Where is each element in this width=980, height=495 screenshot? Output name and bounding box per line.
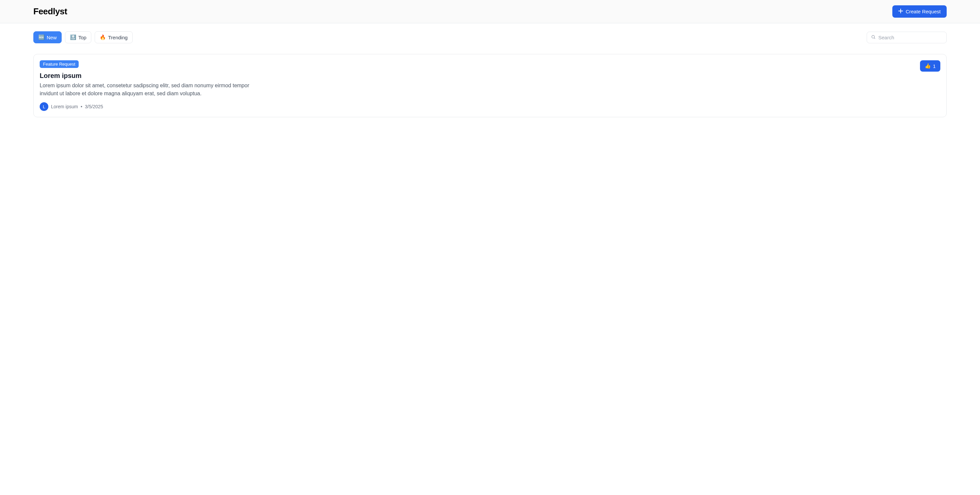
thumbs-up-icon: 👍 — [925, 63, 931, 69]
logo: Feedlyst — [33, 6, 67, 17]
filter-new-label: New — [47, 35, 57, 40]
upvote-count: 1 — [933, 63, 935, 69]
top-emoji-icon: 🔝 — [70, 34, 76, 40]
filter-new-button[interactable]: 🆕 New — [33, 31, 62, 43]
create-request-label: Create Request — [906, 9, 941, 14]
main-container: 🆕 New 🔝 Top 🔥 Trending Featu — [0, 23, 980, 125]
svg-point-2 — [872, 35, 874, 38]
card-date: 3/5/2025 — [85, 104, 103, 109]
filter-trending-button[interactable]: 🔥 Trending — [95, 31, 133, 43]
search-icon — [871, 35, 876, 40]
meta-separator: • — [81, 104, 82, 109]
create-request-button[interactable]: Create Request — [892, 5, 947, 17]
filter-top-button[interactable]: 🔝 Top — [65, 31, 91, 43]
svg-line-3 — [874, 38, 875, 39]
filter-trending-label: Trending — [108, 35, 128, 40]
new-emoji-icon: 🆕 — [38, 34, 45, 40]
category-badge: Feature Request — [40, 60, 79, 68]
search-wrapper[interactable] — [867, 32, 947, 43]
card-description: Lorem ipsum dolor sit amet, consetetur s… — [40, 82, 253, 98]
card-title: Lorem ipsum — [40, 72, 253, 79]
author-name: Lorem ipsum — [51, 104, 78, 109]
card-meta: L Lorem ipsum • 3/5/2025 — [40, 102, 253, 111]
author-avatar: L — [40, 102, 48, 111]
fire-emoji-icon: 🔥 — [100, 34, 106, 40]
toolbar: 🆕 New 🔝 Top 🔥 Trending — [33, 31, 947, 43]
app-header: Feedlyst Create Request — [0, 0, 980, 23]
filter-top-label: Top — [78, 35, 86, 40]
plus-icon — [898, 9, 903, 14]
filter-group: 🆕 New 🔝 Top 🔥 Trending — [33, 31, 133, 43]
upvote-button[interactable]: 👍 1 — [920, 60, 940, 71]
card-content: Feature Request Lorem ipsum Lorem ipsum … — [40, 60, 253, 111]
search-input[interactable] — [878, 35, 942, 40]
request-card[interactable]: Feature Request Lorem ipsum Lorem ipsum … — [33, 54, 947, 117]
